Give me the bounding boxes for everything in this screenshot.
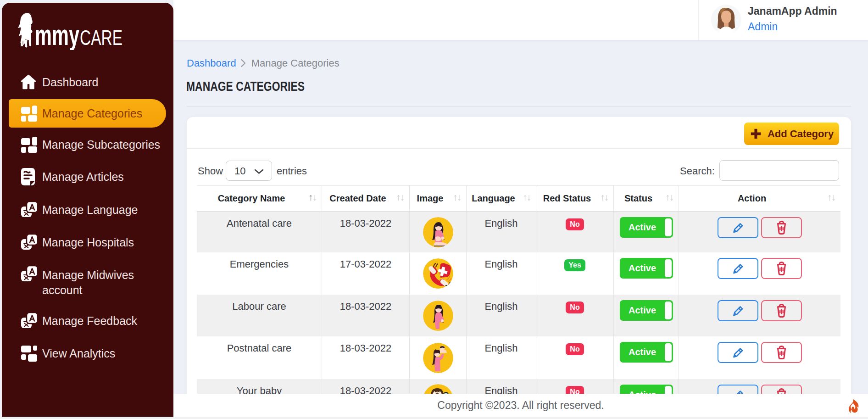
svg-text:CARE: CARE (80, 25, 122, 50)
svg-text:mmy: mmy (35, 19, 79, 50)
